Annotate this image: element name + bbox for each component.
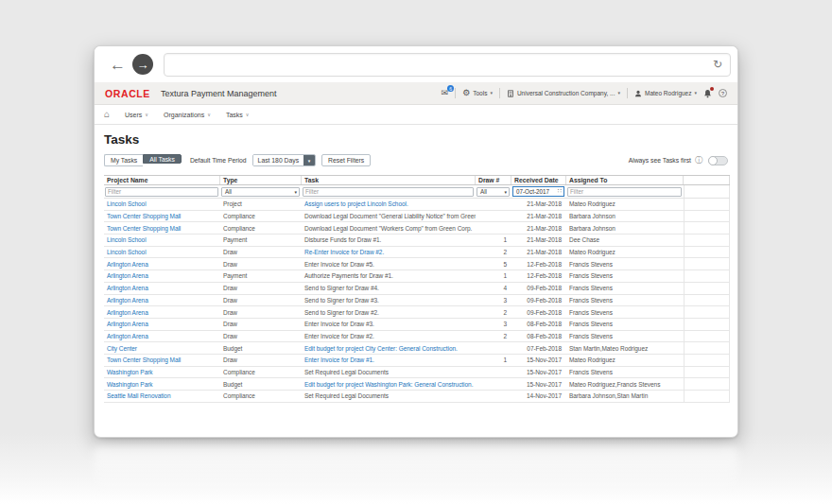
empty-cell [684,355,730,366]
draw-filter-value: All [477,188,504,195]
draw-cell [476,378,511,390]
project-link[interactable]: Town Center Shopping Mall [104,222,220,234]
url-bar[interactable]: ↻ [164,53,731,77]
project-link[interactable]: Seattle Mall Renovation [104,391,220,402]
project-link[interactable]: Arlington Arena [104,295,220,306]
column-header-assigned-to[interactable]: Assigned To [566,176,684,184]
draw-cell: 1 [476,270,511,282]
project-link[interactable]: Town Center Shopping Mall [104,211,220,222]
column-header-project-name[interactable]: Project Name [104,176,220,184]
table-row: Seattle Mall RenovationComplianceSet Req… [104,391,730,403]
task-link[interactable]: Edit budget for project City Center: Gen… [302,342,476,354]
tools-menu[interactable]: ⚙ Tools ▾ [462,89,493,97]
table-row: Arlington ArenaDrawSend to Signer for Dr… [104,306,730,319]
draw-cell: 1 [476,355,511,366]
project-link[interactable]: Washington Park [104,378,220,390]
company-label: Universal Construction Company, ... [517,90,615,96]
company-menu[interactable]: Universal Construction Company, ... ▾ [507,90,620,97]
assigned-cell: Barbara Johnson [566,211,684,222]
info-icon[interactable]: ⓘ [695,157,702,165]
draw-cell: 2 [476,331,511,342]
column-header-received-date[interactable]: Received Date [511,176,566,184]
nav-item-users[interactable]: Users ∨ [125,112,148,118]
assigned-cell: Francis Stevens [566,283,684,294]
time-period-dropdown[interactable]: Last 180 Days ▾ [252,154,316,166]
project-link[interactable]: Arlington Arena [104,258,220,269]
draw-cell [476,211,511,222]
help-button[interactable]: ? [719,89,727,97]
refresh-icon[interactable]: ↻ [713,59,722,70]
home-icon[interactable]: ⌂ [104,110,110,119]
column-header-task[interactable]: Task [302,176,476,184]
nav-item-organizations[interactable]: Organizations ∨ [164,112,211,118]
draw-cell: 3 [476,319,511,330]
empty-cell [684,391,730,402]
task-link[interactable]: Assign users to project Lincoln School. [302,199,476,210]
table-row: Arlington ArenaDrawSend to Signer for Dr… [104,295,730,307]
inbox-button[interactable]: ✉ 6 [442,89,449,97]
forward-icon[interactable]: → [132,54,153,75]
task-link[interactable]: Re-Enter Invoice for Draw #2. [302,247,476,258]
task-link[interactable]: Edit budget for project Washington Park:… [302,378,476,390]
dropdown-arrow-icon: ▾ [294,189,299,195]
all-tasks-button[interactable]: All Tasks [143,154,182,164]
draw-cell: 3 [476,295,511,306]
project-link[interactable]: Lincoln School [104,199,220,210]
table-row: Lincoln SchoolProjectAssign users to pro… [104,199,730,211]
table-row: Lincoln SchoolPaymentDisburse Funds for … [104,235,730,247]
always-see-tasks-control: Always see Tasks first ⓘ [629,156,728,165]
project-link[interactable]: Washington Park [104,367,220,378]
type-cell: Draw [220,355,302,366]
calendar-icon: ∷ [558,188,563,195]
empty-cell [684,270,730,282]
my-tasks-button[interactable]: My Tasks [104,154,143,166]
notifications-button[interactable] [703,89,712,98]
header-actions: ✉ 6 ⚙ Tools ▾ Universal Construction Com… [442,88,727,98]
project-link[interactable]: City Center [104,342,220,354]
column-header-draw[interactable]: Draw # [476,176,511,184]
received-date-filter[interactable]: 07-Oct-2017 ∷ [512,186,564,197]
draw-cell [476,222,511,234]
received-cell: 21-Mar-2018 [511,235,566,246]
table-row: Arlington ArenaDrawEnter Invoice for Dra… [104,319,730,331]
task-filter-cell [302,185,476,198]
task-cell: Enter Invoice for Draw #5. [302,258,476,269]
task-link[interactable]: Enter Invoice for Draw #1. [302,355,476,366]
task-cell: Send to Signer for Draw #3. [302,295,476,306]
always-see-tasks-toggle[interactable] [708,156,728,165]
assigned-cell: Francis Stevens [566,306,684,318]
reset-filters-button[interactable]: Reset Filters [321,154,371,166]
column-header-type[interactable]: Type [220,176,302,184]
empty-cell [684,283,730,294]
page-content: Tasks My Tasks All Tasks Default Time Pe… [95,125,737,403]
received-cell: 15-Nov-2017 [511,367,566,378]
project-link[interactable]: Arlington Arena [104,319,220,330]
assigned-filter-input[interactable] [567,187,682,197]
back-icon[interactable]: ← [110,57,126,73]
type-filter-select[interactable]: All ▾ [221,187,300,197]
tools-icon: ⚙ [462,89,470,97]
nav-item-tasks[interactable]: Tasks ∨ [226,112,250,118]
received-cell: 15-Nov-2017 [511,378,566,390]
empty-cell [684,199,730,210]
person-icon [634,90,642,97]
project-link[interactable]: Arlington Arena [104,270,220,282]
project-link[interactable]: Lincoln School [104,247,220,258]
empty-cell [684,235,730,246]
received-cell: 21-Mar-2018 [511,199,566,210]
empty-cell [684,222,730,234]
project-link[interactable]: Arlington Arena [104,306,220,318]
project-filter-input[interactable] [105,187,218,197]
project-link[interactable]: Town Center Shopping Mall [104,355,220,366]
chevron-down-icon: ∨ [246,113,250,117]
chevron-down-icon: ▾ [694,91,697,96]
project-link[interactable]: Lincoln School [104,235,220,246]
project-link[interactable]: Arlington Arena [104,331,220,342]
draw-cell: 1 [476,235,511,246]
task-filter-input[interactable] [303,187,474,197]
draw-filter-cell: All ▾ [476,185,511,198]
user-menu[interactable]: Mateo Rodriguez ▾ [634,90,697,97]
task-cell: Disburse Funds for Draw #1. [302,235,476,246]
project-link[interactable]: Arlington Arena [104,283,220,294]
draw-filter-select[interactable]: All ▾ [477,187,510,197]
